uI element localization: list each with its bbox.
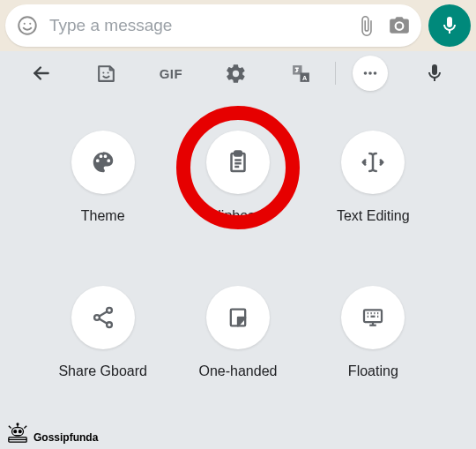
- arrow-left-icon: [30, 62, 53, 85]
- svg-point-1: [24, 23, 26, 25]
- svg-point-34: [17, 423, 19, 425]
- option-one-handed[interactable]: One-handed: [170, 286, 305, 379]
- settings-button[interactable]: [205, 63, 267, 85]
- watermark-text: Gossipfunda: [33, 431, 98, 444]
- option-label: Text Editing: [337, 208, 410, 224]
- keyboard-panel: GIF A: [0, 51, 476, 449]
- options-grid: Theme Clipboard Text Editing: [0, 95, 476, 379]
- option-floating[interactable]: Floating: [306, 286, 441, 379]
- svg-point-3: [102, 71, 104, 73]
- palette-icon: [90, 149, 116, 176]
- svg-point-4: [107, 71, 108, 73]
- svg-line-35: [9, 426, 11, 429]
- option-label: Clipboard: [208, 208, 268, 224]
- text-cursor-icon: [360, 149, 386, 176]
- svg-point-2: [29, 23, 31, 25]
- mic-icon: [424, 63, 445, 84]
- more-button[interactable]: [339, 56, 401, 91]
- camera-icon[interactable]: [388, 14, 411, 37]
- back-button[interactable]: [11, 62, 72, 85]
- svg-point-0: [19, 17, 36, 34]
- option-share-gboard[interactable]: Share Gboard: [35, 286, 170, 379]
- translate-icon: A: [290, 63, 312, 85]
- one-handed-icon: [226, 305, 250, 330]
- message-bar: [0, 0, 476, 51]
- toolbar-separator: [335, 62, 336, 85]
- svg-point-15: [94, 315, 100, 320]
- translate-button[interactable]: A: [270, 63, 331, 85]
- option-label: One-handed: [199, 363, 278, 379]
- svg-line-18: [99, 319, 107, 324]
- message-input[interactable]: [49, 16, 345, 35]
- svg-point-7: [368, 71, 372, 75]
- svg-line-36: [24, 426, 26, 429]
- svg-point-31: [14, 430, 17, 433]
- watermark: Gossipfunda: [5, 423, 98, 444]
- sticker-button[interactable]: [76, 63, 138, 85]
- option-label: Theme: [81, 208, 125, 224]
- attach-icon[interactable]: [355, 15, 377, 37]
- message-input-container: [5, 4, 421, 47]
- option-theme[interactable]: Theme: [35, 131, 170, 224]
- clipboard-icon: [225, 149, 251, 176]
- gif-button[interactable]: GIF: [140, 66, 202, 81]
- option-label: Share Gboard: [58, 363, 147, 379]
- emoji-icon[interactable]: [16, 14, 39, 37]
- svg-text:A: A: [302, 73, 308, 81]
- robot-icon: [5, 423, 30, 444]
- sticker-icon: [95, 63, 117, 85]
- svg-point-14: [107, 308, 112, 313]
- svg-rect-10: [234, 152, 242, 156]
- voice-typing-button[interactable]: [404, 63, 465, 84]
- more-horizontal-icon: [361, 64, 380, 83]
- share-icon: [91, 305, 115, 330]
- keyboard-toolbar: GIF A: [0, 51, 476, 95]
- svg-point-16: [107, 322, 112, 327]
- gif-label: GIF: [160, 66, 183, 81]
- svg-point-8: [373, 71, 376, 75]
- svg-point-6: [363, 71, 367, 75]
- option-clipboard[interactable]: Clipboard: [170, 131, 305, 224]
- floating-keyboard-icon: [360, 304, 386, 331]
- mic-icon: [439, 15, 460, 36]
- gear-icon: [225, 63, 247, 85]
- option-text-editing[interactable]: Text Editing: [306, 131, 441, 224]
- svg-point-32: [19, 430, 21, 433]
- option-label: Floating: [348, 363, 398, 379]
- svg-line-17: [99, 311, 107, 316]
- voice-message-button[interactable]: [428, 4, 471, 47]
